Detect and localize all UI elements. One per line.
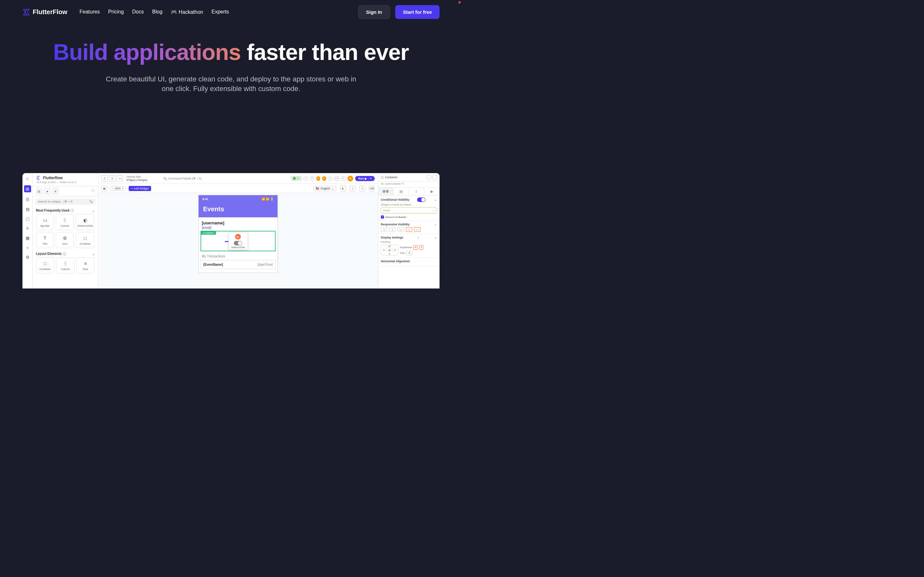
cond-vis-select[interactable]: Unset⌄ xyxy=(381,207,437,213)
widget-app-bar[interactable]: ▭App Bar xyxy=(36,214,54,230)
start-free-button[interactable]: Start for free xyxy=(395,5,439,19)
cond-vis-toggle[interactable] xyxy=(417,197,425,202)
chevron-down-icon: ⌄ xyxy=(331,187,334,190)
phone-container-selected[interactable]: Container DL SwitchListTile xyxy=(200,231,276,251)
drag-label: SwitchListTile xyxy=(231,246,245,248)
topbar-bug-icon[interactable]: ⬚ xyxy=(328,176,333,181)
topbar-badge-b[interactable]: 2 xyxy=(322,176,326,181)
lock-icon: 🔒 xyxy=(387,248,393,252)
resp-vis-header[interactable]: Responsive Visibility ⌄ xyxy=(381,223,437,226)
widget-column[interactable]: ⦙⦙Column xyxy=(56,258,74,274)
right-tabs: ⚙⚙ ▤ ⦀ ▶ xyxy=(378,187,439,195)
right-tab-actions[interactable]: ⦀ xyxy=(409,187,425,195)
topbar-plus-icon[interactable]: + xyxy=(304,176,308,181)
flex-value[interactable]: 0 xyxy=(406,251,413,255)
command-palette[interactable]: 🔍 Command Palette (⌘ + k) xyxy=(163,177,202,180)
widget-container[interactable]: □Container xyxy=(76,232,95,248)
nav-pricing[interactable]: Pricing xyxy=(108,9,124,15)
zoom-control[interactable]: −90%+ xyxy=(110,186,126,191)
widget-icon[interactable]: ⚙Icon xyxy=(56,232,74,248)
section-layout-header[interactable]: Layout Elements i ⌄ xyxy=(36,252,95,255)
topbar-help-icon[interactable]: ? xyxy=(310,176,314,181)
left-tab-info-icon[interactable]: ⓘ xyxy=(91,189,95,194)
widget-column[interactable]: ⦙⦙Column xyxy=(56,214,74,230)
topbar-code-icon[interactable]: </> xyxy=(334,176,339,181)
nav-blog[interactable]: Blog xyxy=(152,9,162,15)
topbar-preview-icon[interactable]: 👁 xyxy=(347,176,353,181)
resp-phone[interactable]: ▯ xyxy=(381,227,387,232)
left-tab-3[interactable]: ⊕ xyxy=(53,189,58,194)
nav-docs[interactable]: Docs xyxy=(132,9,144,15)
show-in-builder-check[interactable]: ✓ Show in UI Builder xyxy=(381,215,437,219)
nav-experts[interactable]: Experts xyxy=(212,9,229,15)
right-tab-layout[interactable]: ▤ xyxy=(394,187,409,195)
left-tab-1[interactable]: ▤ xyxy=(36,189,42,194)
phone-event-time: [dateTime] xyxy=(258,263,273,266)
widget-text[interactable]: TText xyxy=(36,232,54,248)
rail-api-icon[interactable]: ⚛ xyxy=(25,226,30,231)
run-button[interactable]: Run ▶▾ xyxy=(355,176,375,181)
expansion-v[interactable]: ⬍ xyxy=(419,245,423,250)
edit-icon[interactable]: ✎ xyxy=(402,182,404,185)
right-widget-id: ID: cardContainer ✎ xyxy=(378,182,439,187)
add-widget-button[interactable]: +Add Widget xyxy=(129,186,152,191)
cond-vis-header[interactable]: Conditional Visibility ⌄ xyxy=(381,197,437,202)
info-icon: i xyxy=(71,209,74,212)
signin-button[interactable]: Sign In xyxy=(358,5,390,19)
device-tablet[interactable]: ▯ xyxy=(109,175,115,182)
rail-page-icon[interactable]: ▢ xyxy=(25,216,30,221)
halign-header[interactable]: Horizontal Alignment xyxy=(381,259,437,263)
section-frequent-header[interactable]: Most Frequently Used i ⌄ xyxy=(36,209,95,212)
brand-logo[interactable]: FlutterFlow xyxy=(23,8,67,16)
nav-features[interactable]: Features xyxy=(79,9,100,15)
resp-phone-l[interactable]: ▯ xyxy=(389,227,396,232)
phone-body: [username] [email] Container DL SwitchLi… xyxy=(199,218,278,272)
nav-hackathon[interactable]: 🎮 Hackathon xyxy=(171,9,203,15)
device-phone[interactable]: ▯ xyxy=(102,175,108,182)
phone-time: 9:41 xyxy=(202,197,208,201)
display-header[interactable]: Display Settings ⋮ ⌄ xyxy=(381,236,437,239)
padding-box[interactable]: 20 0🔒0 0 xyxy=(381,245,398,255)
widget-search[interactable]: Search for widget... (⌘ + f) 🔍 xyxy=(35,198,95,205)
canvas-size-value: 375(px) x 812(px) xyxy=(126,179,147,181)
toolbar-keyboard-icon[interactable]: ⌨ xyxy=(369,185,375,191)
drag-preview-switchlisttile[interactable]: DL SwitchListTile xyxy=(228,232,248,250)
rail-tree-icon[interactable]: ☰ xyxy=(25,197,30,202)
widget-container[interactable]: □Container xyxy=(36,258,54,274)
widget-switchlisttile[interactable]: ◐SwitchListTile xyxy=(76,214,95,230)
resp-tablet[interactable]: ▭ xyxy=(397,227,404,232)
right-tab-props[interactable]: ⚙⚙ xyxy=(378,187,394,195)
copy-icon[interactable] xyxy=(433,175,437,179)
resp-tablet-l[interactable]: ▭ xyxy=(406,227,412,232)
app-icon-rail: ⌂ ⊞ ☰ ▤ ▢ ⚛ ▦ ⟐ ⚙ xyxy=(23,173,33,288)
phone-preview[interactable]: 9:41 📶 📶 🔋 Events [username] [email] Con… xyxy=(198,195,278,273)
toolbar-grid-icon[interactable]: ▦ xyxy=(102,185,107,191)
rail-home-icon[interactable]: ⌂ xyxy=(25,176,30,181)
pad-top: 20 xyxy=(381,245,398,248)
language-selector[interactable]: 🇺🇸 English ⌄ xyxy=(313,186,336,191)
right-tab-anim[interactable]: ▶ xyxy=(424,187,439,195)
toolbar-tablet-icon[interactable]: ▯ xyxy=(350,185,355,191)
toolbar-phone-icon[interactable]: ▯ xyxy=(359,185,365,191)
resp-desktop[interactable]: ▭ xyxy=(414,227,421,232)
rail-db-icon[interactable]: ▤ xyxy=(25,206,30,211)
rail-widgets-icon[interactable]: ⊞ xyxy=(24,185,31,192)
nav-links: Features Pricing Docs Blog 🎮 Hackathon E… xyxy=(79,9,229,15)
device-desktop[interactable]: ▭ xyxy=(117,175,123,182)
widget-row[interactable]: ≡Row xyxy=(76,258,95,274)
rail-theme-icon[interactable]: ⟐ xyxy=(25,245,30,250)
left-tab-2[interactable]: ◈ xyxy=(44,189,50,194)
topbar-open-icon[interactable]: ↗ xyxy=(341,176,346,181)
version-tag[interactable]: V1 xyxy=(291,176,302,181)
play-icon: ▶ xyxy=(365,177,367,180)
phone-my-transactions: My Transactions xyxy=(200,255,276,258)
toolbar-darkmode-icon[interactable]: ◐ xyxy=(340,185,346,191)
diamond-icon[interactable] xyxy=(427,175,431,179)
topbar-badge-a[interactable]: 5 xyxy=(317,176,320,181)
rail-settings-icon[interactable]: ⚙ xyxy=(25,255,30,259)
section-layout-title: Layout Elements xyxy=(36,252,61,255)
hero-heading-gradient: Build applications xyxy=(53,40,241,65)
rail-assets-icon[interactable]: ▦ xyxy=(25,235,30,240)
expansion-h[interactable]: ⬌ xyxy=(413,245,418,250)
hero-heading-rest: faster than ever xyxy=(247,40,409,65)
